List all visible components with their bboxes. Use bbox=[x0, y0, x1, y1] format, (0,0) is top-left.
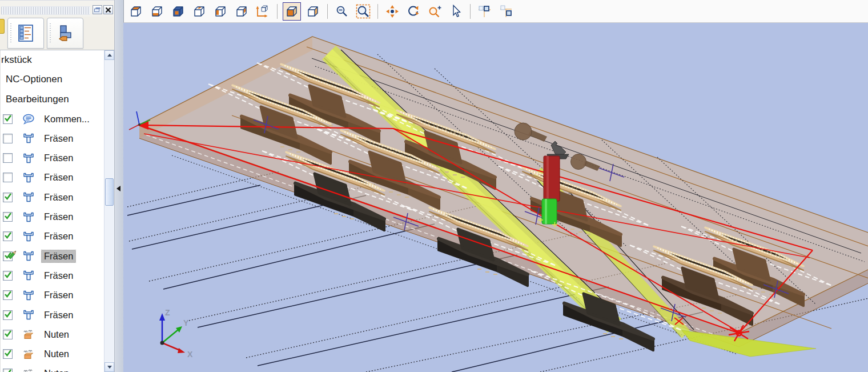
select-cursor-button[interactable] bbox=[447, 2, 465, 21]
mill-icon bbox=[22, 309, 35, 321]
iso-view-alt-button[interactable] bbox=[304, 2, 322, 21]
tree-item-label[interactable]: NC-Optionen bbox=[3, 73, 65, 86]
tree-item-5[interactable]: Fräsen bbox=[1, 148, 104, 167]
view-left-cube-button[interactable] bbox=[211, 2, 230, 21]
rotate-orbit-button[interactable] bbox=[404, 2, 423, 21]
checkbox[interactable] bbox=[3, 114, 13, 124]
view-front-cube-icon bbox=[171, 4, 186, 19]
tree-item-label[interactable]: Bearbeitungen bbox=[3, 93, 71, 106]
tree-item-2[interactable]: Bearbeitungen bbox=[1, 90, 104, 109]
iso-view-button[interactable] bbox=[283, 2, 301, 21]
checkbox[interactable] bbox=[3, 330, 13, 339]
checkbox[interactable] bbox=[3, 134, 13, 143]
checkbox[interactable] bbox=[3, 153, 13, 163]
panel-grip[interactable] bbox=[1, 6, 90, 15]
tree-item-13[interactable]: Fräsen bbox=[1, 305, 104, 325]
tree-item-label[interactable]: Nuten bbox=[42, 367, 71, 372]
comment-icon bbox=[22, 113, 35, 125]
operations-panel: rkstückNC-OptionenBearbeitungenKommen...… bbox=[0, 0, 114, 372]
mill-icon bbox=[22, 230, 35, 243]
tree-item-8[interactable]: Fräsen bbox=[1, 207, 104, 226]
panel-close-button[interactable] bbox=[103, 5, 113, 14]
panel-float-button[interactable] bbox=[93, 5, 102, 14]
view-front-cube-button[interactable] bbox=[169, 2, 187, 21]
scroll-up-button[interactable] bbox=[105, 50, 114, 60]
zoom-dynamic-button[interactable] bbox=[425, 2, 444, 21]
view-right-cube-icon bbox=[234, 4, 249, 19]
scroll-down-button[interactable] bbox=[105, 362, 114, 372]
tree-item-0[interactable]: rkstück bbox=[1, 50, 104, 70]
slot-icon bbox=[22, 328, 35, 341]
tree-item-label[interactable]: Fräsen bbox=[42, 270, 75, 282]
zoom-window-button[interactable] bbox=[354, 2, 372, 21]
tree-scrollbar[interactable] bbox=[104, 50, 114, 372]
tree-item-label[interactable]: Fräsen bbox=[42, 309, 75, 321]
checkbox[interactable] bbox=[3, 193, 13, 202]
tree-item-4[interactable]: Fräsen bbox=[1, 129, 104, 148]
tree-item-label[interactable]: Kommen... bbox=[42, 113, 92, 125]
view-right-cube-button[interactable] bbox=[232, 2, 251, 21]
tree-item-label[interactable]: Fräsen bbox=[42, 230, 75, 242]
tree-item-label[interactable]: Fräsen bbox=[42, 289, 75, 301]
tree-item-label[interactable]: Fräsen bbox=[42, 171, 75, 183]
tree-item-label[interactable]: Fräsen bbox=[42, 211, 75, 223]
mill-icon bbox=[22, 289, 35, 302]
tree-item-label[interactable]: Nuten bbox=[42, 348, 71, 360]
tree-item-1[interactable]: NC-Optionen bbox=[1, 70, 104, 89]
viewport-layout-single-icon bbox=[499, 4, 513, 19]
tree-item-label[interactable]: Fräsen bbox=[42, 191, 75, 203]
view-bottom-cube-button[interactable] bbox=[148, 2, 166, 21]
tab-machining-view[interactable] bbox=[47, 18, 83, 49]
tree-item-16[interactable]: Nuten bbox=[1, 364, 104, 372]
tree-item-14[interactable]: Nuten bbox=[1, 325, 104, 344]
tree-item-label[interactable]: Fräsen bbox=[42, 250, 75, 262]
mill-icon bbox=[22, 191, 35, 203]
tree-item-15[interactable]: Nuten bbox=[1, 344, 104, 363]
view-left-cube-icon bbox=[213, 4, 228, 19]
checkbox[interactable] bbox=[3, 231, 13, 241]
pan-view-icon bbox=[385, 4, 400, 19]
zoom-out-button[interactable] bbox=[333, 2, 351, 21]
tree-item-label[interactable]: Fräsen bbox=[42, 152, 75, 164]
slot-icon bbox=[22, 367, 35, 372]
axis-z-label: Z bbox=[165, 308, 170, 317]
tree-item-3[interactable]: Kommen... bbox=[1, 109, 104, 129]
arrow-up-icon bbox=[107, 54, 112, 57]
checkbox[interactable] bbox=[3, 349, 13, 359]
view-top-cube-button[interactable] bbox=[127, 2, 145, 21]
tree-item-10[interactable]: Fräsen bbox=[1, 246, 104, 266]
tree-item-7[interactable]: Fräsen bbox=[1, 187, 104, 207]
edit-pencil-icon bbox=[7, 249, 19, 260]
tree-item-11[interactable]: Fräsen bbox=[1, 266, 104, 285]
checkbox[interactable] bbox=[3, 212, 13, 222]
zoom-out-icon bbox=[335, 4, 349, 19]
axis-x-label: X bbox=[187, 350, 193, 359]
view-top-cube-icon bbox=[128, 4, 143, 19]
toolbar-separator bbox=[377, 4, 378, 19]
pan-view-button[interactable] bbox=[383, 2, 401, 21]
viewport-layout-split-icon bbox=[477, 4, 492, 19]
rotate-view-cube-button[interactable] bbox=[254, 2, 272, 21]
cut-off-tab[interactable] bbox=[0, 19, 5, 34]
checkbox[interactable] bbox=[3, 173, 13, 182]
viewport-layout-split-button[interactable] bbox=[476, 2, 494, 21]
collapse-panel-icon[interactable] bbox=[116, 186, 120, 191]
checkbox[interactable] bbox=[3, 271, 13, 281]
scrollbar-thumb[interactable] bbox=[105, 178, 114, 206]
tree-item-label[interactable]: rkstück bbox=[0, 54, 34, 66]
tree-item-12[interactable]: Fräsen bbox=[1, 286, 104, 305]
panel-splitter[interactable] bbox=[114, 0, 123, 372]
tab-operation-list[interactable] bbox=[7, 18, 44, 49]
tree-item-label[interactable]: Fräsen bbox=[42, 133, 75, 145]
main-area: Z Y X bbox=[123, 0, 868, 372]
viewport-layout-single-button[interactable] bbox=[497, 2, 515, 21]
checkbox[interactable] bbox=[3, 369, 13, 372]
checkbox[interactable] bbox=[3, 310, 13, 320]
viewport-3d[interactable]: Z Y X bbox=[123, 23, 868, 372]
tree-item-label[interactable]: Nuten bbox=[42, 329, 71, 341]
view-back-cube-button[interactable] bbox=[190, 2, 208, 21]
tree-item-6[interactable]: Fräsen bbox=[1, 168, 104, 187]
checkbox[interactable] bbox=[3, 290, 13, 300]
tree-item-9[interactable]: Fräsen bbox=[1, 227, 104, 246]
view-bottom-cube-icon bbox=[150, 4, 164, 19]
